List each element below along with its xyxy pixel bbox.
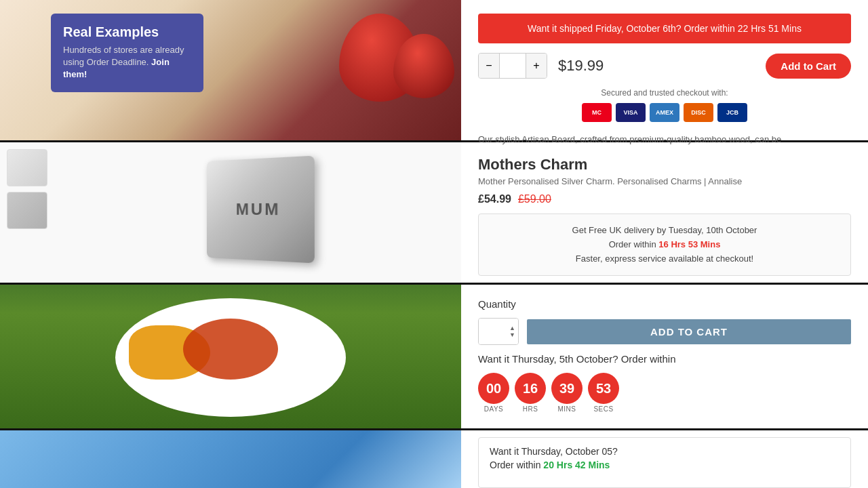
countdown-days: 00 DAYS	[478, 373, 509, 413]
food-plate-visual	[115, 298, 346, 417]
quantity-input[interactable]: 1	[499, 54, 526, 78]
product-image-section-1: Real Examples Hundreds of stores are alr…	[0, 0, 461, 140]
countdown-secs-value: 53	[588, 373, 619, 404]
stepper-arrows: ▲▼	[509, 319, 515, 344]
charm-product-subtitle: Mother Personalised Silver Charm. Person…	[478, 176, 851, 186]
quantity-add-row-2: 1 ▲▼ ADD TO CART	[478, 318, 851, 345]
charm-current-price: £54.99	[478, 193, 511, 205]
section-4: Want it Thursday, October 05? Order with…	[0, 430, 868, 488]
add-to-cart-button-top[interactable]: Add to Cart	[766, 54, 851, 79]
real-examples-title: Real Examples	[63, 24, 191, 40]
countdown-hrs: 16 HRS	[515, 373, 546, 413]
delivery-text: Get Free UK delivery by Tuesday, 10th Oc…	[490, 224, 840, 266]
quantity-label: Quantity	[478, 298, 851, 310]
product-description: Our stylish Artisan Board, crafted from …	[478, 131, 851, 144]
discover-icon: DISC	[684, 103, 713, 122]
charm-info-section: Mothers Charm Mother Personalised Silver…	[461, 142, 868, 283]
charm-original-price: £59.00	[518, 193, 551, 205]
charm-price-row: £54.99 £59.00	[478, 193, 851, 205]
amex-icon: AMEX	[650, 103, 679, 122]
countdown-mins-label: MINS	[558, 405, 576, 413]
want-it-time-value: 20 Hrs 42 Mins	[543, 460, 610, 470]
mastercard-icon: MC	[582, 103, 612, 122]
charm-3d-visual: MUM	[190, 152, 326, 274]
want-it-title: Want it Thursday, October 05?	[490, 446, 840, 457]
secure-checkout-text: Secured and trusted checkout with:	[478, 88, 851, 98]
countdown-hrs-value: 16	[515, 373, 546, 404]
quantity-add-row: − 1 + $19.99 Add to Cart	[478, 53, 851, 79]
food-product-info: Quantity 1 ▲▼ ADD TO CART Want it Thursd…	[461, 285, 868, 428]
section-2: MUM Mothers Charm Mother Personalised Si…	[0, 142, 868, 285]
thumbnail-1[interactable]	[7, 149, 47, 186]
section-1: Real Examples Hundreds of stores are alr…	[0, 0, 868, 142]
charm-image-section: MUM	[0, 142, 461, 283]
food-product-image	[0, 285, 461, 428]
shipping-deadline-banner: Want it shipped Friday, October 6th? Ord…	[478, 14, 851, 43]
add-to-cart-button-2[interactable]: ADD TO CART	[527, 319, 851, 344]
jcb-icon: JCB	[717, 103, 747, 122]
visa-icon: VISA	[616, 103, 646, 122]
want-it-deadline-box: Want it Thursday, October 05? Order with…	[478, 437, 851, 488]
shirt-product-info: Want it Thursday, October 05? Order with…	[461, 430, 868, 488]
real-examples-desc: Hundreds of stores are already using Ord…	[63, 44, 191, 81]
quantity-stepper-2[interactable]: 1 ▲▼	[478, 318, 519, 345]
quantity-decrease-button[interactable]: −	[479, 54, 499, 78]
delivery-countdown: 16 Hrs 53 Mins	[658, 239, 720, 249]
countdown-secs: 53 SECS	[588, 373, 619, 413]
countdown-mins: 39 MINS	[551, 373, 583, 413]
food-image-section	[0, 285, 461, 428]
countdown-timer-row: 00 DAYS 16 HRS 39 MINS 53 SECS	[478, 373, 851, 413]
product-thumbnails	[0, 142, 54, 283]
shirt-product-image	[0, 430, 461, 488]
countdown-days-value: 00	[478, 373, 509, 404]
countdown-mins-value: 39	[551, 373, 583, 404]
shirt-image-section	[0, 430, 461, 488]
quantity-increase-button[interactable]: +	[526, 54, 547, 78]
countdown-secs-label: SECS	[593, 405, 613, 413]
charm-cube: MUM	[207, 155, 315, 263]
quantity-control[interactable]: − 1 +	[478, 53, 547, 79]
secure-checkout-section: Secured and trusted checkout with: MC VI…	[478, 88, 851, 122]
charm-main-image: MUM	[54, 142, 461, 283]
countdown-hrs-label: HRS	[523, 405, 538, 413]
charm-product-title: Mothers Charm	[478, 156, 851, 174]
product-price: $19.99	[558, 57, 604, 75]
delivery-info-box: Get Free UK delivery by Tuesday, 10th Oc…	[478, 214, 851, 276]
want-it-deadline-text: Want it Thursday, 5th October? Order wit…	[478, 353, 851, 365]
product-info-section-1: Want it shipped Friday, October 6th? Ord…	[461, 0, 868, 140]
payment-icons-row: MC VISA AMEX DISC JCB	[478, 103, 851, 122]
charm-text: MUM	[236, 199, 281, 219]
real-examples-overlay: Real Examples Hundreds of stores are alr…	[51, 14, 203, 92]
section-3: Quantity 1 ▲▼ ADD TO CART Want it Thursd…	[0, 285, 868, 430]
want-it-order-text: Order within 20 Hrs 42 Mins	[490, 460, 840, 470]
countdown-days-label: DAYS	[484, 405, 504, 413]
thumbnail-2[interactable]	[7, 192, 47, 229]
